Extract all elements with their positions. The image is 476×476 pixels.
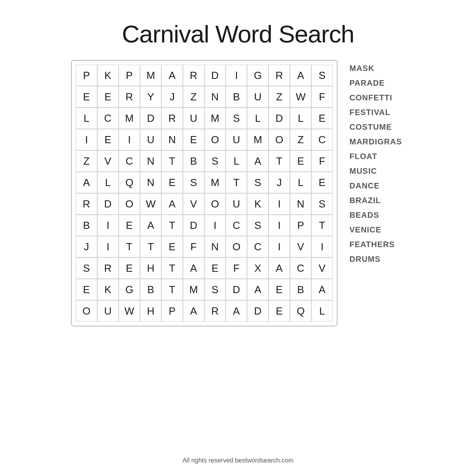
cell-4-0[interactable]: Z xyxy=(76,150,97,172)
cell-4-6[interactable]: S xyxy=(204,150,226,172)
cell-0-7[interactable]: I xyxy=(226,65,247,86)
cell-10-5[interactable]: M xyxy=(183,279,204,300)
cell-5-3[interactable]: N xyxy=(140,172,161,193)
cell-3-9[interactable]: O xyxy=(269,129,290,150)
cell-2-11[interactable]: E xyxy=(311,107,333,129)
cell-7-6[interactable]: I xyxy=(204,215,226,236)
cell-3-2[interactable]: I xyxy=(119,129,140,150)
cell-3-7[interactable]: U xyxy=(226,129,247,150)
cell-3-1[interactable]: E xyxy=(97,129,119,150)
cell-10-4[interactable]: T xyxy=(161,279,183,300)
cell-4-2[interactable]: C xyxy=(119,150,140,172)
cell-10-8[interactable]: A xyxy=(247,279,269,300)
cell-9-1[interactable]: R xyxy=(97,257,119,279)
cell-0-10[interactable]: A xyxy=(290,65,311,86)
cell-4-7[interactable]: L xyxy=(226,150,247,172)
cell-9-2[interactable]: E xyxy=(119,257,140,279)
cell-6-11[interactable]: S xyxy=(311,193,333,215)
cell-8-10[interactable]: V xyxy=(290,236,311,257)
cell-8-5[interactable]: F xyxy=(183,236,204,257)
cell-2-7[interactable]: S xyxy=(226,107,247,129)
cell-5-5[interactable]: S xyxy=(183,172,204,193)
cell-9-11[interactable]: V xyxy=(311,257,333,279)
cell-11-5[interactable]: A xyxy=(183,300,204,322)
cell-7-5[interactable]: D xyxy=(183,215,204,236)
cell-7-9[interactable]: I xyxy=(269,215,290,236)
cell-6-0[interactable]: R xyxy=(76,193,97,215)
cell-5-2[interactable]: Q xyxy=(119,172,140,193)
cell-3-0[interactable]: I xyxy=(76,129,97,150)
cell-2-1[interactable]: C xyxy=(97,107,119,129)
cell-1-7[interactable]: B xyxy=(226,86,247,107)
cell-6-9[interactable]: I xyxy=(269,193,290,215)
cell-10-10[interactable]: B xyxy=(290,279,311,300)
cell-11-8[interactable]: D xyxy=(247,300,269,322)
cell-2-0[interactable]: L xyxy=(76,107,97,129)
cell-11-7[interactable]: A xyxy=(226,300,247,322)
cell-2-3[interactable]: D xyxy=(140,107,161,129)
cell-8-6[interactable]: N xyxy=(204,236,226,257)
cell-5-11[interactable]: E xyxy=(311,172,333,193)
cell-4-10[interactable]: E xyxy=(290,150,311,172)
cell-0-6[interactable]: D xyxy=(204,65,226,86)
cell-3-3[interactable]: U xyxy=(140,129,161,150)
cell-6-5[interactable]: V xyxy=(183,193,204,215)
cell-7-10[interactable]: P xyxy=(290,215,311,236)
cell-8-11[interactable]: I xyxy=(311,236,333,257)
cell-11-10[interactable]: Q xyxy=(290,300,311,322)
cell-11-1[interactable]: U xyxy=(97,300,119,322)
cell-3-4[interactable]: N xyxy=(161,129,183,150)
cell-11-6[interactable]: R xyxy=(204,300,226,322)
cell-2-4[interactable]: R xyxy=(161,107,183,129)
cell-10-0[interactable]: E xyxy=(76,279,97,300)
cell-0-2[interactable]: P xyxy=(119,65,140,86)
cell-7-8[interactable]: S xyxy=(247,215,269,236)
cell-1-3[interactable]: Y xyxy=(140,86,161,107)
cell-11-2[interactable]: W xyxy=(119,300,140,322)
cell-8-4[interactable]: E xyxy=(161,236,183,257)
cell-1-4[interactable]: J xyxy=(161,86,183,107)
cell-7-0[interactable]: B xyxy=(76,215,97,236)
cell-7-11[interactable]: T xyxy=(311,215,333,236)
cell-1-0[interactable]: E xyxy=(76,86,97,107)
cell-9-0[interactable]: S xyxy=(76,257,97,279)
cell-6-8[interactable]: K xyxy=(247,193,269,215)
cell-9-9[interactable]: A xyxy=(269,257,290,279)
cell-3-5[interactable]: E xyxy=(183,129,204,150)
cell-9-8[interactable]: X xyxy=(247,257,269,279)
cell-2-5[interactable]: U xyxy=(183,107,204,129)
cell-11-11[interactable]: L xyxy=(311,300,333,322)
cell-6-1[interactable]: D xyxy=(97,193,119,215)
cell-8-0[interactable]: J xyxy=(76,236,97,257)
cell-9-3[interactable]: H xyxy=(140,257,161,279)
cell-8-9[interactable]: I xyxy=(269,236,290,257)
cell-4-3[interactable]: N xyxy=(140,150,161,172)
cell-3-10[interactable]: Z xyxy=(290,129,311,150)
cell-6-6[interactable]: O xyxy=(204,193,226,215)
cell-4-1[interactable]: V xyxy=(97,150,119,172)
cell-6-2[interactable]: O xyxy=(119,193,140,215)
cell-6-10[interactable]: N xyxy=(290,193,311,215)
cell-4-11[interactable]: F xyxy=(311,150,333,172)
cell-7-3[interactable]: A xyxy=(140,215,161,236)
cell-2-9[interactable]: D xyxy=(269,107,290,129)
cell-10-9[interactable]: E xyxy=(269,279,290,300)
cell-0-4[interactable]: A xyxy=(161,65,183,86)
cell-4-5[interactable]: B xyxy=(183,150,204,172)
cell-11-4[interactable]: P xyxy=(161,300,183,322)
cell-5-0[interactable]: A xyxy=(76,172,97,193)
cell-10-3[interactable]: B xyxy=(140,279,161,300)
cell-2-10[interactable]: L xyxy=(290,107,311,129)
cell-0-1[interactable]: K xyxy=(97,65,119,86)
cell-1-11[interactable]: F xyxy=(311,86,333,107)
cell-9-6[interactable]: E xyxy=(204,257,226,279)
cell-11-3[interactable]: H xyxy=(140,300,161,322)
cell-0-0[interactable]: P xyxy=(76,65,97,86)
cell-0-9[interactable]: R xyxy=(269,65,290,86)
cell-4-9[interactable]: T xyxy=(269,150,290,172)
cell-8-8[interactable]: C xyxy=(247,236,269,257)
cell-7-1[interactable]: I xyxy=(97,215,119,236)
cell-1-1[interactable]: E xyxy=(97,86,119,107)
cell-8-2[interactable]: T xyxy=(119,236,140,257)
cell-7-7[interactable]: C xyxy=(226,215,247,236)
